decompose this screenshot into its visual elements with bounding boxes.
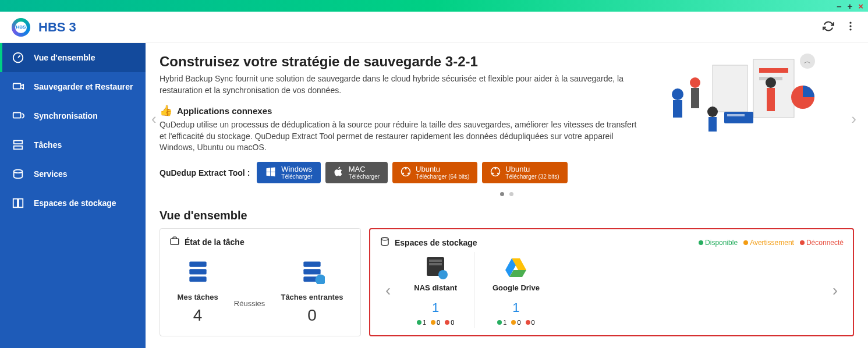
app-header: HBS HBS 3	[0, 12, 868, 43]
dl-sub: Télécharger	[281, 173, 312, 180]
svg-point-2	[849, 29, 851, 30]
storage-spaces-card: Espaces de stockage Disponible Avertisse…	[369, 228, 854, 336]
sidebar-item-backup[interactable]: Sauvegarder et Restaurer	[0, 72, 146, 101]
svg-rect-6	[14, 141, 23, 144]
svg-rect-37	[189, 276, 206, 282]
svg-point-13	[402, 173, 404, 175]
svg-point-42	[381, 238, 388, 241]
svg-point-24	[672, 88, 683, 100]
svg-rect-10	[19, 199, 23, 208]
download-mac-button[interactable]: MACTélécharger	[325, 162, 388, 183]
storage-status-counts: 1 0 0	[414, 319, 457, 326]
apple-icon	[334, 166, 344, 179]
svg-rect-5	[13, 113, 21, 118]
download-ubuntu32-button[interactable]: UbuntuTélécharger (32 bits)	[482, 162, 567, 183]
windows-icon	[265, 166, 277, 179]
sync-icon	[12, 109, 24, 122]
svg-rect-21	[759, 68, 788, 73]
ubuntu-icon	[490, 166, 501, 179]
svg-rect-35	[189, 262, 206, 267]
task-status-card: État de la tâche Mes tâches 4 Réussies T…	[160, 228, 361, 336]
incoming-tasks-label: Tâches entrantes	[281, 293, 343, 301]
svg-rect-4	[13, 84, 21, 89]
dl-os: Windows	[281, 165, 312, 173]
my-tasks-label: Mes tâches	[178, 293, 218, 301]
svg-point-32	[707, 106, 718, 117]
storage-prev-button[interactable]: ‹	[380, 281, 396, 300]
refresh-icon[interactable]	[823, 20, 834, 34]
download-ubuntu64-button[interactable]: UbuntuTélécharger (64 bits)	[392, 162, 477, 183]
svg-point-16	[495, 168, 497, 169]
sidebar-item-label: Services	[34, 169, 68, 179]
more-menu-icon[interactable]	[845, 20, 856, 34]
hero-next-button[interactable]: ›	[851, 109, 856, 127]
legend-available: Disponible	[705, 239, 738, 247]
card-title: État de la tâche	[185, 237, 245, 247]
ubuntu-icon	[401, 166, 411, 179]
svg-rect-34	[171, 239, 179, 245]
server-icon	[178, 258, 218, 289]
minimize-button[interactable]: –	[837, 1, 841, 11]
sidebar-item-label: Vue d'ensemble	[34, 53, 95, 62]
close-button[interactable]: ×	[858, 1, 863, 11]
dl-os: MAC	[349, 165, 380, 173]
hero-description: Hybrid Backup Sync fournit une solution …	[160, 73, 643, 96]
svg-rect-19	[713, 65, 747, 112]
hero-banner: ‹ Construisez votre stratégie de sauvega…	[160, 54, 854, 183]
carousel-dot[interactable]	[509, 192, 513, 196]
app-title: HBS 3	[38, 20, 76, 35]
storage-next-button[interactable]: ›	[827, 281, 844, 300]
dashboard-icon	[12, 51, 24, 64]
related-apps-title: Applications connexes	[177, 106, 272, 116]
svg-point-17	[492, 173, 494, 175]
svg-point-14	[408, 173, 409, 175]
storage-name: NAS distant	[414, 283, 457, 292]
maximize-button[interactable]: +	[847, 1, 852, 11]
storage-count: 1	[414, 300, 457, 315]
legend-disconnected: Déconnecté	[806, 239, 844, 247]
window-titlebar: – + ×	[0, 0, 868, 12]
svg-rect-30	[724, 112, 753, 123]
services-icon	[12, 168, 24, 180]
carousel-dots	[160, 188, 854, 198]
thumbs-up-icon: 👍	[160, 104, 172, 117]
storage-name: Google Drive	[493, 283, 540, 292]
incoming-tasks-col[interactable]: Tâches entrantes 0	[281, 258, 343, 325]
hero-title: Construisez votre stratégie de sauvegard…	[160, 54, 643, 70]
sidebar-item-label: Synchronisation	[34, 111, 98, 120]
carousel-dot[interactable]	[500, 192, 504, 196]
svg-rect-31	[727, 114, 745, 116]
backup-icon	[12, 80, 24, 93]
legend-warning: Avertissement	[750, 239, 794, 247]
sidebar-item-services[interactable]: Services	[0, 159, 146, 189]
my-tasks-col[interactable]: Mes tâches 4	[178, 258, 218, 325]
nas-icon	[414, 254, 457, 281]
sidebar-item-label: Espaces de stockage	[34, 198, 116, 208]
sidebar-item-sync[interactable]: Synchronisation	[0, 101, 146, 130]
download-windows-button[interactable]: WindowsTélécharger	[257, 162, 320, 183]
svg-point-12	[405, 168, 407, 169]
svg-rect-33	[708, 117, 717, 132]
app-logo-icon: HBS	[12, 18, 30, 37]
my-tasks-count: 4	[178, 306, 218, 325]
sidebar-item-overview[interactable]: Vue d'ensemble	[0, 43, 146, 72]
tasks-icon	[12, 139, 24, 151]
related-apps-description: QuDedup utilise un processus de déduplic…	[160, 119, 643, 154]
storage-item-nas[interactable]: NAS distant 1 1 0 0	[396, 252, 475, 328]
sidebar-item-storage[interactable]: Espaces de stockage	[0, 189, 146, 218]
hero-illustration: ︿	[654, 54, 817, 147]
sidebar-item-label: Tâches	[34, 140, 62, 150]
storage-item-gdrive[interactable]: Google Drive 1 1 0 0	[475, 252, 557, 328]
card-title: Espaces de stockage	[395, 238, 477, 247]
sidebar-item-tasks[interactable]: Tâches	[0, 130, 146, 159]
dl-sub: Télécharger (32 bits)	[505, 173, 559, 180]
storage-legend: Disponible Avertissement Déconnecté	[699, 239, 844, 247]
hero-prev-button[interactable]: ‹	[151, 109, 157, 127]
dl-sub: Télécharger	[349, 173, 380, 180]
svg-rect-39	[303, 269, 320, 275]
storage-count: 1	[493, 300, 540, 315]
dl-os: Ubuntu	[416, 165, 469, 173]
collapse-button[interactable]: ︿	[800, 54, 815, 69]
svg-point-18	[497, 173, 499, 175]
success-label: Réussies	[234, 276, 265, 308]
